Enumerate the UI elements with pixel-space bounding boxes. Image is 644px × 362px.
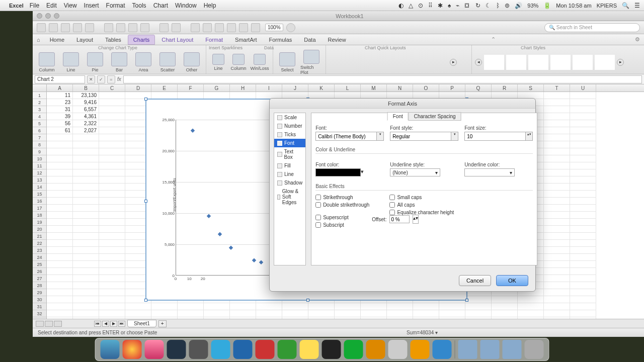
chart-style-next-icon[interactable]: ▸ — [617, 59, 624, 66]
dock-app[interactable] — [167, 340, 186, 359]
toolbar-filter-icon[interactable] — [215, 23, 224, 32]
sheet-nav-next-icon[interactable]: ▶ — [110, 321, 117, 327]
quick-layout-option[interactable] — [349, 55, 367, 70]
dock-app-skype[interactable] — [211, 340, 230, 359]
column-header[interactable]: I — [256, 84, 282, 92]
menu-view[interactable]: View — [64, 2, 77, 9]
dock-app[interactable] — [433, 340, 452, 359]
spotlight-icon[interactable]: 🔍 — [622, 2, 629, 9]
column-header[interactable]: L — [335, 84, 361, 92]
row-header[interactable]: 13 — [33, 176, 46, 184]
sidebar-item-glow[interactable]: Glow & Soft Edges — [274, 187, 305, 207]
toolbar-print-icon[interactable] — [85, 23, 94, 32]
menu-help[interactable]: Help — [204, 2, 216, 9]
font-dropdown-icon[interactable]: ▾ — [377, 132, 384, 141]
quick-layout-option[interactable] — [410, 55, 428, 70]
toolbar-undo-icon[interactable] — [159, 23, 169, 32]
font-style-dropdown-icon[interactable]: ▾ — [451, 132, 458, 141]
dock-app[interactable] — [366, 340, 385, 359]
subtab-font[interactable]: Font — [387, 112, 409, 121]
row-header[interactable]: 9 — [33, 148, 46, 155]
chart-type-bar[interactable]: Bar — [108, 52, 130, 72]
status-sum[interactable]: Sum=48034 ▾ — [407, 330, 438, 335]
check-all-caps[interactable]: All caps — [389, 202, 454, 208]
subtab-char-spacing[interactable]: Character Spacing — [409, 112, 461, 121]
sidebar-item-scale[interactable]: Scale — [274, 113, 305, 122]
row-header[interactable]: 19 — [33, 219, 46, 226]
row-header[interactable]: 33 — [33, 317, 46, 319]
menu-file[interactable]: File — [30, 2, 39, 9]
menu-format[interactable]: Format — [106, 2, 125, 9]
menu-window[interactable]: Window — [175, 2, 197, 9]
menu-tools[interactable]: Tools — [132, 2, 146, 9]
toolbar-icon[interactable] — [239, 23, 248, 32]
row-header[interactable]: 1 — [33, 92, 46, 99]
column-header[interactable]: C — [99, 84, 125, 92]
chart-style-option[interactable] — [506, 55, 526, 70]
menubar-status-icon[interactable]: ↻ — [475, 2, 480, 9]
offset-input[interactable] — [389, 215, 410, 223]
offset-stepper[interactable]: ▴▾ — [413, 215, 419, 224]
quick-layout-option[interactable] — [329, 55, 347, 70]
ribbon-settings-icon[interactable]: ⚙ — [635, 36, 640, 43]
chart-data-point[interactable] — [218, 232, 222, 236]
sheet-tab[interactable]: Sheet1 — [127, 320, 156, 327]
font-style-input[interactable] — [390, 132, 451, 141]
menubar-status-icon[interactable]: ✱ — [438, 2, 443, 9]
toolbar-save-icon[interactable] — [73, 23, 82, 32]
dock-folder[interactable] — [458, 340, 477, 359]
toolbar-help-icon[interactable] — [286, 23, 295, 32]
row-header[interactable]: 10 — [33, 155, 46, 162]
row-header[interactable]: 30 — [33, 296, 46, 303]
sidebar-item-textbox[interactable]: Text Box — [274, 147, 305, 161]
menubar-status-icon[interactable]: △ — [409, 2, 413, 9]
sheet-nav-first-icon[interactable]: ⏮ — [94, 321, 101, 327]
row-header[interactable]: 26 — [33, 268, 46, 275]
data-select[interactable]: Select — [276, 52, 298, 72]
dock-app-stickies[interactable] — [300, 340, 319, 359]
battery-icon[interactable]: 🔋 — [543, 2, 551, 9]
row-header[interactable]: 25 — [33, 261, 46, 268]
row-header[interactable]: 31 — [33, 303, 46, 310]
cell[interactable]: 23,130 — [73, 92, 99, 99]
chart-x-axis[interactable]: 01020 — [176, 276, 271, 286]
wifi-icon[interactable]: ⊚ — [505, 2, 510, 9]
ribbon-collapse-icon[interactable]: ⌃ — [491, 36, 496, 43]
formula-input[interactable] — [123, 75, 642, 83]
row-header[interactable]: 20 — [33, 226, 46, 233]
toolbar-sort-icon[interactable] — [203, 23, 212, 32]
chart-type-other[interactable]: Other — [181, 52, 203, 72]
view-mode-buttons[interactable] — [36, 321, 62, 327]
row-header[interactable]: 3 — [33, 106, 46, 113]
dock-app-word[interactable] — [233, 340, 253, 359]
column-header[interactable]: D — [125, 84, 151, 92]
row-header[interactable]: 32 — [33, 310, 46, 317]
data-switch-plot[interactable]: Switch Plot — [300, 50, 323, 75]
cell[interactable]: 2,322 — [73, 120, 99, 127]
row-header[interactable]: 12 — [33, 169, 46, 176]
sheet-nav-last-icon[interactable]: ⏭ — [118, 321, 125, 327]
chart-type-pie[interactable]: Pie — [84, 52, 106, 72]
column-header[interactable]: H — [230, 84, 256, 92]
formula-cancel-icon[interactable]: ✕ — [87, 75, 95, 83]
dock-folder[interactable] — [480, 340, 500, 359]
sidebar-item-line[interactable]: Line — [274, 170, 305, 178]
tab-review[interactable]: Review — [323, 35, 352, 45]
dock-app-itunes[interactable] — [145, 340, 164, 359]
dock-app-powerpoint[interactable] — [256, 340, 275, 359]
ok-button[interactable]: OK — [496, 275, 528, 286]
chart-style-option[interactable] — [573, 55, 593, 70]
chart-data-point[interactable] — [252, 258, 256, 262]
row-header[interactable]: 23 — [33, 247, 46, 254]
font-size-stepper[interactable]: ▴▾ — [526, 132, 533, 141]
toolbar-icon[interactable] — [227, 23, 236, 32]
sidebar-item-font[interactable]: Font — [274, 139, 305, 147]
dock-app-settings[interactable] — [189, 340, 208, 359]
traffic-lights[interactable] — [37, 13, 59, 19]
row-header[interactable]: 4 — [33, 113, 46, 120]
zoom-level[interactable]: 100% — [265, 24, 283, 31]
sheet-nav-prev-icon[interactable]: ◀ — [102, 321, 109, 327]
cell[interactable]: 23 — [47, 99, 73, 106]
dock-app[interactable] — [388, 340, 408, 359]
menu-chart[interactable]: Chart — [153, 2, 168, 9]
